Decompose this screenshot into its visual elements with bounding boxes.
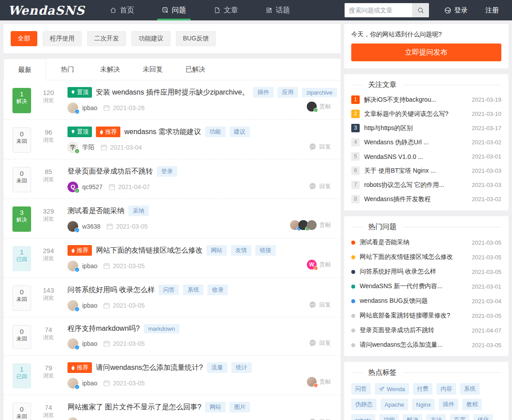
hot-tag[interactable]: 功能 (379, 414, 399, 420)
reply-action[interactable]: 回复 (309, 182, 331, 190)
question-tag[interactable]: 采纳 (128, 206, 149, 216)
hot-question-item[interactable]: 测试看是否能采纳2021-03-05 (351, 238, 501, 246)
hot-tag[interactable]: Apache (381, 399, 408, 410)
tab-newest[interactable]: 最新 (4, 59, 46, 80)
question-tag[interactable]: markdown (144, 324, 179, 333)
reply-action[interactable]: 回复 (309, 143, 331, 151)
contribution[interactable]: W✓ 贡献 (307, 260, 331, 269)
search-button[interactable] (412, 3, 429, 17)
nav-item-topics[interactable]: 话题 (261, 0, 294, 20)
author-avatar[interactable]: ✓ (67, 338, 78, 349)
question-title[interactable]: 登录页面登录成功后不跳转 (67, 167, 153, 176)
filter-usage[interactable]: 程序使用 (43, 31, 82, 46)
tab-unsolved[interactable]: 未解决 (89, 59, 131, 80)
question-tag[interactable]: 插件 (253, 87, 274, 98)
author-avatar[interactable]: Q✓ (67, 182, 78, 192)
author-avatar[interactable]: ✓ (67, 300, 78, 311)
hot-tag[interactable]: robots (351, 414, 375, 420)
question-tag[interactable]: 统计 (231, 362, 252, 373)
login-link[interactable]: 登录 (444, 6, 468, 15)
hot-question-item[interactable]: wendasns BUG反馈问题2021-03-04 (351, 297, 501, 305)
question-tag[interactable]: 建议 (230, 127, 250, 137)
question-title[interactable]: 请问wendasns怎么添加流量统计? (96, 363, 203, 372)
hot-question-item[interactable]: 问答系统好用吗 收录怎么样2021-03-05 (351, 268, 501, 276)
nav-item-articles[interactable]: 文章 (209, 0, 242, 20)
nav-item-questions[interactable]: ? 问题 (157, 0, 191, 20)
hot-tag[interactable]: 百度 (450, 414, 469, 420)
question-tag[interactable]: 网站 (205, 402, 226, 412)
contribution[interactable]: ✓ ✓ 贡献 (290, 220, 331, 230)
register-link[interactable]: 注册 (485, 6, 499, 15)
question-tag[interactable]: 应用 (278, 87, 298, 98)
hot-question-item[interactable]: WendaSNS 新一代付费内容...2021-03-01 (351, 282, 501, 290)
article-item[interactable]: 8Wendasns插件开发教程2021-03-02 (351, 195, 501, 203)
hot-tag[interactable]: 方法 (426, 414, 446, 420)
question-title[interactable]: 问答系统好用吗 收录怎么样 (67, 285, 155, 295)
hot-tag-wenda[interactable]: Wenda (375, 383, 409, 395)
author-avatar[interactable]: ✓ (67, 142, 78, 153)
hot-tag[interactable]: 插件 (439, 399, 458, 410)
ask-now-button[interactable]: 立即提问发布 (351, 44, 501, 61)
author-name[interactable]: ipbao (82, 104, 97, 111)
question-title[interactable]: 测试看是否能采纳 (67, 206, 124, 216)
hot-question-item[interactable]: 网站底部备案跳转链接哪里修改?2021-03-05 (351, 312, 501, 320)
article-item[interactable]: 7robots协议怎么写 它的作用...2021-03-03 (351, 181, 501, 189)
question-title[interactable]: 程序支持markdown吗? (67, 324, 140, 333)
author-name[interactable]: ipbao (82, 262, 97, 269)
author-name[interactable]: qc9527 (82, 183, 103, 190)
reply-action[interactable]: 回复 (309, 418, 331, 420)
hot-tag[interactable]: 教程 (462, 399, 482, 410)
contribution[interactable]: ✓ 贡献 (307, 377, 331, 387)
article-item[interactable]: 5WendaSNS V1.0.0 ...2021-03-01 (351, 152, 501, 161)
author-name[interactable]: ipbao (82, 302, 97, 309)
question-tag[interactable]: 链接 (255, 245, 276, 256)
author-avatar[interactable]: ✓ (67, 417, 78, 420)
reply-action[interactable]: 回复 (309, 301, 331, 309)
question-title[interactable]: 网站搬家了 图片文件不显示了是怎么回事? (67, 403, 201, 412)
site-logo[interactable]: WendaSNS (8, 4, 85, 17)
hot-question-item[interactable]: 请问wendasns怎么添加流量...2021-03-05 (351, 341, 501, 349)
author-name[interactable]: ipbao (82, 340, 97, 347)
article-item[interactable]: 1解决iOS不支持backgrou...2021-03-19 (351, 95, 501, 104)
article-item[interactable]: 4Wendasns 伪静态Url ...2021-03-02 (351, 138, 501, 147)
filter-bug[interactable]: BUG反馈 (176, 31, 216, 46)
search-input[interactable] (345, 3, 412, 17)
hot-tag[interactable]: 优化 (473, 414, 493, 420)
question-tag[interactable]: 网站 (206, 245, 227, 256)
filter-dev[interactable]: 二次开发 (87, 31, 126, 46)
reply-action[interactable]: 回复 (309, 339, 331, 347)
question-tag[interactable]: 流量 (207, 362, 227, 373)
filter-feature[interactable]: 功能建议 (131, 31, 171, 46)
question-tag[interactable]: 系统 (183, 285, 203, 295)
nav-item-home[interactable]: 首页 (105, 0, 139, 20)
hot-tag[interactable]: 系统 (460, 383, 480, 395)
question-tag[interactable]: 收录 (207, 285, 228, 295)
contribution[interactable]: ✓ 贡献 (307, 102, 331, 111)
author-avatar[interactable]: ✓ (67, 378, 78, 388)
article-item[interactable]: 6关于 使用BT宝塔 Nginx ...2021-03-03 (351, 166, 501, 175)
hot-tag[interactable]: Nginx (412, 399, 435, 410)
hot-tag[interactable]: 解决 (403, 414, 422, 420)
author-avatar[interactable]: ✓ (67, 103, 78, 113)
tab-hot[interactable]: 热门 (46, 59, 89, 80)
question-tag[interactable]: 登录 (157, 166, 177, 177)
article-item[interactable]: 2文章标题中的关键词该怎么写?2021-03-10 (351, 110, 501, 118)
question-tag[interactable]: 友情 (231, 245, 251, 256)
author-name[interactable]: w3638 (82, 223, 100, 230)
question-tag[interactable]: 功能 (205, 127, 226, 137)
author-avatar[interactable]: ✓ (67, 221, 78, 232)
tab-solved[interactable]: 已解决 (174, 59, 217, 80)
hot-tag[interactable]: 问答 (351, 383, 371, 395)
author-name[interactable]: 学陌 (82, 143, 95, 151)
filter-all[interactable]: 全部 (11, 31, 37, 46)
article-item[interactable]: 3http与https的区别2021-03-17 (351, 124, 501, 132)
hot-tag[interactable]: 付费 (413, 383, 433, 395)
question-tag[interactable]: 图片 (230, 402, 250, 412)
question-title[interactable]: 网站下面的友情链接区域怎么修改 (96, 246, 202, 255)
question-tag[interactable]: ziparchive (302, 88, 337, 97)
tab-unanswered[interactable]: 未回复 (131, 59, 174, 80)
question-title[interactable]: 安装 wendasns 插件应用时提示缺少ziparchive。 (96, 88, 249, 97)
author-name[interactable]: ipbao (82, 380, 97, 387)
hot-question-item[interactable]: 网站下面的友情链接区域怎么修改2021-03-05 (351, 253, 501, 261)
question-title[interactable]: wendasns 需求功能建议 (124, 127, 201, 137)
